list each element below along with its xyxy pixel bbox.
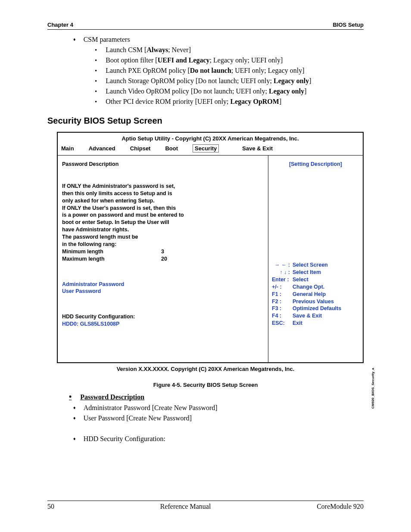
tab-main[interactable]: Main	[61, 145, 74, 152]
user-password-link[interactable]: User Password	[62, 288, 264, 295]
bios-footer: Version X.XX.XXXX. Copyright (C) 20XX Am…	[47, 366, 364, 372]
bios-title: Aptio Setup Utility - Copyright (C) 20XX…	[58, 133, 363, 143]
csm-items: Launch CSM [Always; Never] Boot option f…	[95, 46, 364, 106]
footer-rule	[47, 501, 364, 501]
csm-item: Boot option filter [UEFI and Legacy; Leg…	[95, 56, 364, 64]
page-number: 50	[47, 503, 54, 510]
pwd-item: Administrator Password [Create New Passw…	[84, 404, 218, 411]
min-length-val: 3	[161, 248, 164, 255]
pwd-text: then this only limits access to Setup an…	[62, 190, 264, 197]
pwd-text: is a power on password and must be enter…	[62, 212, 264, 219]
max-length-val: 20	[161, 255, 167, 263]
csm-item: Other PCI device ROM priority [UEFI only…	[95, 98, 364, 106]
pwd-text: in the following rang:	[62, 241, 264, 248]
csm-item: Launch CSM [Always; Never]	[95, 46, 364, 54]
pwd-text: have Administrator rights.	[62, 226, 264, 233]
pwd-desc-heading: Password Description	[80, 393, 144, 401]
tab-chipset[interactable]: Chipset	[130, 145, 151, 152]
bios-menu: Main Advanced Chipset Boot Security Save…	[58, 143, 363, 156]
pwd-desc-section: Password Description	[69, 392, 364, 401]
csm-item: Launch Storage OpROM policy [Do not laun…	[95, 77, 364, 85]
section-heading: Security BIOS Setup Screen	[47, 116, 364, 126]
min-length-label: Minimum length	[62, 248, 161, 255]
header-left: Chapter 4	[47, 22, 73, 28]
pwd-text: If ONLY the Administrator's password is …	[62, 183, 264, 190]
setting-description: [Setting Description]	[272, 161, 359, 168]
pwd-item: User Password [Create New Password]	[84, 414, 192, 422]
figure-caption: Figure 4-5. Security BIOS Setup Screen	[47, 382, 364, 388]
pwd-text: The password length must be	[62, 233, 264, 241]
footer-center: Reference Manual	[160, 503, 211, 510]
figure-side-label: CM920_BIOS_Security_a	[371, 368, 375, 409]
tab-boot[interactable]: Boot	[165, 145, 178, 152]
pwd-text: boot or enter Setup. In Setup the User w…	[62, 219, 264, 226]
bios-right-pane: [Setting Description] → ← :Select Screen…	[268, 156, 363, 362]
csm-title: CSM parameters	[84, 36, 130, 43]
bios-left-pane: Password Description If ONLY the Adminis…	[58, 156, 268, 362]
header-rule	[47, 29, 364, 30]
bios-screen: Aptio Setup Utility - Copyright (C) 20XX…	[57, 132, 364, 363]
max-length-label: Maximum length	[62, 255, 161, 263]
pwd-item: HDD Security Configuration:	[84, 435, 165, 442]
pwd-text: If ONLY the User's password is set, then…	[62, 205, 264, 212]
csm-item: Launch Video OpROM policy [Do not launch…	[95, 87, 364, 95]
pwd-desc-label: Password Description	[62, 161, 264, 168]
admin-password-link[interactable]: Administrator Password	[62, 281, 264, 288]
hdd-config-label: HDD Security Configuration:	[62, 313, 264, 320]
footer-right: CoreModule 920	[317, 503, 364, 510]
csm-block: CSM parameters Launch CSM [Always; Never…	[73, 36, 364, 106]
tab-save-exit[interactable]: Save & Exit	[242, 145, 273, 152]
tab-security[interactable]: Security	[193, 144, 219, 152]
header-right: BIOS Setup	[333, 22, 364, 28]
tab-advanced[interactable]: Advanced	[89, 145, 115, 152]
pwd-text: only asked for when entering Setup.	[62, 197, 264, 205]
hdd0-link[interactable]: HDD0: GLS85LS1008P	[62, 320, 264, 328]
bios-help-keys: → ← :Select Screen ↑ ↓ :Select Item Ente…	[272, 257, 359, 357]
csm-item: Launch PXE OpROM policy [Do not launch; …	[95, 67, 364, 75]
